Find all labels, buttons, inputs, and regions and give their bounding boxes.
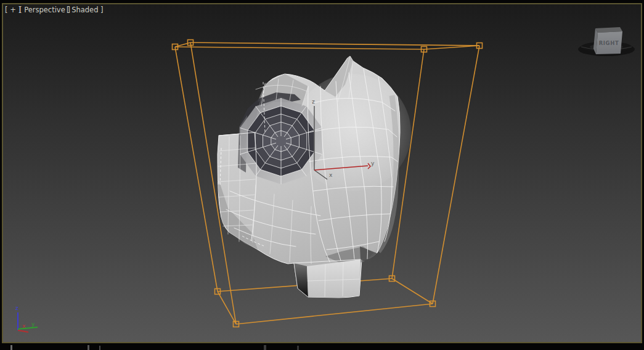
viewport-shading-menu[interactable]: [ Shaded ] [67, 6, 104, 14]
world-axis-y-label: y [31, 321, 35, 327]
bottom-ui-sliver [10, 345, 299, 350]
world-axis-z-label: z [15, 305, 18, 311]
viewport-label: [ + ] [ Perspective ] [ Shaded ] [5, 6, 104, 14]
viewcube-face-label[interactable]: RIGHT [599, 40, 619, 46]
tripod-x-label: x [329, 172, 333, 178]
application-window: z x y z x y RIGHT [ + ] [ Perspective ] … [0, 0, 644, 350]
viewport-view-menu[interactable]: [ Perspective ] [19, 6, 70, 14]
tripod-z-label: z [312, 99, 315, 105]
tripod-y-label: y [371, 160, 375, 166]
world-axis-x-label: x [22, 323, 26, 329]
